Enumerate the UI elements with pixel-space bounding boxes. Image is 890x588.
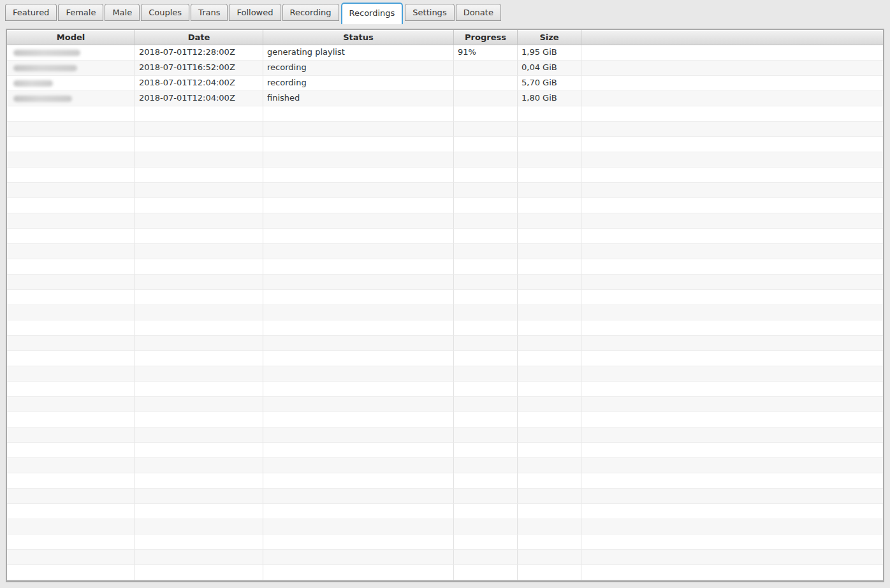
- table-row-empty[interactable]: [7, 443, 883, 458]
- redacted-model-name: [13, 50, 80, 56]
- table-row-empty[interactable]: [7, 336, 883, 351]
- column-header-size[interactable]: Size: [518, 30, 581, 45]
- tab-donate[interactable]: Donate: [456, 4, 501, 21]
- table-row-empty[interactable]: [7, 305, 883, 320]
- cell-model: [7, 229, 135, 244]
- cell-status: [263, 244, 454, 259]
- table-row-empty[interactable]: [7, 152, 883, 168]
- tab-female[interactable]: Female: [58, 4, 103, 21]
- table-row-empty[interactable]: [7, 473, 883, 489]
- table-row[interactable]: 2018-07-01T16:52:00Zrecording0,04 GiB: [7, 61, 883, 76]
- tab-followed[interactable]: Followed: [229, 4, 281, 21]
- cell-status: [263, 275, 454, 290]
- cell-date: [135, 443, 263, 458]
- cell-progress: [454, 91, 518, 106]
- table-row-empty[interactable]: [7, 504, 883, 519]
- cell-progress: [454, 106, 518, 122]
- cell-size: [518, 137, 581, 152]
- cell-progress: [454, 489, 518, 504]
- cell-date: [135, 550, 263, 565]
- table-row-empty[interactable]: [7, 244, 883, 259]
- cell-status: [263, 489, 454, 504]
- cell-size: 0,04 GiB: [518, 61, 581, 76]
- table-row-empty[interactable]: [7, 198, 883, 213]
- table-row-empty[interactable]: [7, 412, 883, 427]
- cell-blank: [581, 382, 883, 397]
- cell-date: 2018-07-01T12:04:00Z: [135, 91, 263, 106]
- cell-date: [135, 137, 263, 152]
- column-header-status[interactable]: Status: [263, 30, 454, 45]
- cell-status: [263, 137, 454, 152]
- cell-progress: [454, 122, 518, 137]
- table-row-empty[interactable]: [7, 259, 883, 275]
- cell-model: [7, 458, 135, 473]
- column-header-date[interactable]: Date: [135, 30, 263, 45]
- table-row-empty[interactable]: [7, 366, 883, 382]
- tab-featured[interactable]: Featured: [5, 4, 57, 21]
- cell-model: [7, 397, 135, 412]
- cell-date: [135, 198, 263, 213]
- table-row-empty[interactable]: [7, 213, 883, 229]
- cell-size: [518, 397, 581, 412]
- cell-progress: 91%: [454, 45, 518, 61]
- table-row-empty[interactable]: [7, 489, 883, 504]
- column-header-model[interactable]: Model: [7, 30, 135, 45]
- cell-blank: [581, 183, 883, 198]
- cell-size: [518, 519, 581, 534]
- cell-model: [7, 244, 135, 259]
- cell-status: [263, 336, 454, 351]
- table-row-empty[interactable]: [7, 458, 883, 473]
- table-row-empty[interactable]: [7, 382, 883, 397]
- table-row-empty[interactable]: [7, 550, 883, 565]
- table-row-empty[interactable]: [7, 168, 883, 183]
- column-header-blank[interactable]: [581, 30, 883, 45]
- cell-date: [135, 168, 263, 183]
- table-row-empty[interactable]: [7, 534, 883, 550]
- cell-size: [518, 366, 581, 382]
- cell-date: [135, 427, 263, 443]
- cell-status: generating playlist: [263, 45, 454, 61]
- cell-status: [263, 122, 454, 137]
- cell-size: 1,95 GiB: [518, 45, 581, 61]
- cell-date: [135, 290, 263, 305]
- table-row[interactable]: 2018-07-01T12:28:00Zgenerating playlist9…: [7, 45, 883, 61]
- cell-date: 2018-07-01T12:28:00Z: [135, 45, 263, 61]
- table-row[interactable]: 2018-07-01T12:04:00Zfinished1,80 GiB: [7, 91, 883, 106]
- cell-progress: [454, 336, 518, 351]
- table-row-empty[interactable]: [7, 427, 883, 443]
- table-row-empty[interactable]: [7, 183, 883, 198]
- table-row-empty[interactable]: [7, 519, 883, 534]
- table-row-empty[interactable]: [7, 137, 883, 152]
- tab-settings[interactable]: Settings: [405, 4, 454, 21]
- tab-male[interactable]: Male: [105, 4, 140, 21]
- tab-recording[interactable]: Recording: [282, 4, 339, 21]
- cell-blank: [581, 336, 883, 351]
- cell-blank: [581, 366, 883, 382]
- table-row-empty[interactable]: [7, 320, 883, 336]
- cell-date: [135, 534, 263, 550]
- cell-size: [518, 427, 581, 443]
- recordings-table: Model Date Status Progress Size 2018-07-…: [6, 29, 884, 582]
- cell-size: [518, 290, 581, 305]
- cell-status: [263, 183, 454, 198]
- column-header-progress[interactable]: Progress: [454, 30, 518, 45]
- table-row-empty[interactable]: [7, 290, 883, 305]
- cell-progress: [454, 534, 518, 550]
- table-row-empty[interactable]: [7, 351, 883, 366]
- table-row[interactable]: 2018-07-01T12:04:00Zrecording5,70 GiB: [7, 76, 883, 91]
- tab-trans[interactable]: Trans: [191, 4, 228, 21]
- cell-model: [7, 305, 135, 320]
- table-row-empty[interactable]: [7, 106, 883, 122]
- tab-couples[interactable]: Couples: [141, 4, 189, 21]
- table-row-empty[interactable]: [7, 122, 883, 137]
- table-row-empty[interactable]: [7, 229, 883, 244]
- table-row-empty[interactable]: [7, 275, 883, 290]
- table-row-empty[interactable]: [7, 397, 883, 412]
- cell-model: [7, 137, 135, 152]
- cell-status: [263, 290, 454, 305]
- cell-date: [135, 412, 263, 427]
- cell-progress: [454, 213, 518, 229]
- tab-recordings[interactable]: Recordings: [341, 3, 404, 24]
- cell-size: [518, 336, 581, 351]
- table-row-empty[interactable]: [7, 565, 883, 580]
